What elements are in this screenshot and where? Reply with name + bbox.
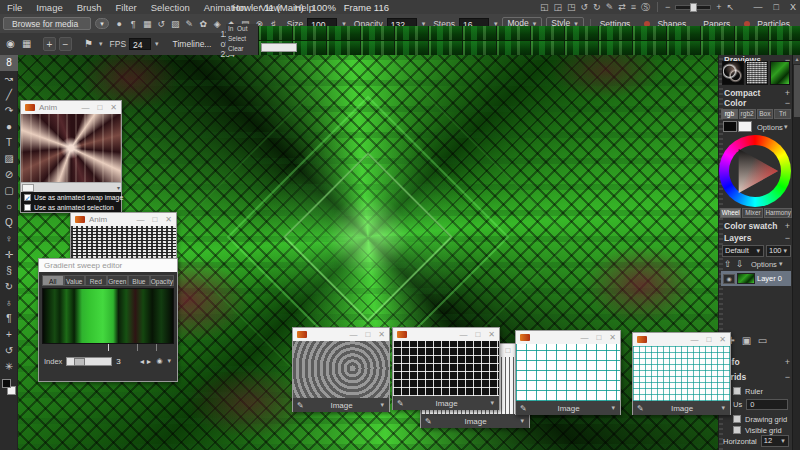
cycle-icon[interactable]: ◉: [156, 357, 162, 365]
menu-file[interactable]: File: [0, 2, 29, 13]
maximize-button[interactable]: □: [706, 335, 711, 344]
edit-icon[interactable]: ✎: [520, 404, 527, 413]
image-mode-label[interactable]: Image: [432, 417, 520, 426]
image-mode-label[interactable]: Image: [404, 399, 490, 408]
close-button[interactable]: X: [790, 2, 796, 12]
pencil-icon[interactable]: ✎: [183, 19, 196, 29]
maximize-button[interactable]: □: [505, 346, 510, 355]
layer-row[interactable]: ◉ Layer 0: [721, 271, 791, 286]
swap-image-checkbox[interactable]: ✓: [24, 194, 31, 201]
zoom-tool[interactable]: Q: [0, 215, 18, 231]
maximize-button[interactable]: □: [97, 103, 102, 112]
window-titlebar[interactable]: Anim — □ ✕: [21, 101, 121, 114]
layer-down-button[interactable]: ⇩: [736, 259, 744, 269]
menu-image[interactable]: Image: [29, 2, 69, 13]
frames-icon[interactable]: ▦: [20, 37, 33, 51]
flip-icon[interactable]: ⇄: [618, 0, 626, 14]
timeline-button[interactable]: Timeline...: [170, 39, 215, 49]
horizontal-dropdown[interactable]: 12▾: [761, 435, 789, 447]
window-titlebar[interactable]: — □ ✕: [516, 331, 620, 344]
gradient-icon[interactable]: ▨: [169, 19, 182, 29]
window-titlebar[interactable]: Anim — □ ✕: [71, 213, 176, 226]
add-frame-button[interactable]: +: [43, 37, 56, 51]
duplicate-layer-icon[interactable]: ▣: [740, 335, 753, 346]
filled-ellipse-tool[interactable]: ⊘: [0, 167, 18, 183]
light-tool[interactable]: ♁: [0, 295, 18, 311]
minimize-button[interactable]: —: [81, 103, 89, 112]
dot-brush-icon[interactable]: ●: [113, 19, 126, 29]
zoom-out-button[interactable]: −: [665, 0, 670, 14]
minimize-button[interactable]: —: [136, 215, 144, 224]
minimize-button[interactable]: —: [580, 333, 588, 342]
layers-options-dropdown[interactable]: ▾: [778, 260, 784, 268]
swap-buffer-icon[interactable]: ◳: [567, 0, 576, 14]
close-button[interactable]: ✕: [110, 103, 117, 112]
image-canvas[interactable]: [516, 344, 620, 401]
preview-thumbnail[interactable]: [770, 61, 790, 85]
undo-stroke-tool[interactable]: ↺: [0, 343, 18, 359]
zoom-slider-handle[interactable]: [690, 3, 697, 12]
rect-tool[interactable]: ▢: [0, 183, 18, 199]
select-button[interactable]: Select: [226, 34, 258, 44]
ellipse-tool[interactable]: ○: [0, 199, 18, 215]
fetch-buffer-icon[interactable]: ◲: [554, 0, 563, 14]
preview-thumbnail[interactable]: [722, 61, 744, 85]
timeline-filmstrip[interactable]: [258, 26, 800, 55]
color-options-dropdown[interactable]: ▾: [783, 123, 789, 131]
maximize-button[interactable]: □: [152, 215, 157, 224]
background-color-swatch[interactable]: [738, 121, 752, 132]
brush-tool[interactable]: 8: [0, 55, 18, 71]
edit-icon[interactable]: ✎: [425, 417, 432, 426]
info-header[interactable]: Info+: [724, 357, 790, 368]
store-buffer-icon[interactable]: ◱: [540, 0, 549, 14]
draw-mode-icon[interactable]: ✎: [606, 0, 614, 14]
gradient-position-marker[interactable]: [137, 344, 138, 351]
clear-button[interactable]: Clear: [226, 44, 258, 54]
rotate-view-tool[interactable]: ↻: [0, 279, 18, 295]
prev-next-icon[interactable]: ◄►: [139, 358, 153, 365]
image-mode-label[interactable]: Image: [644, 404, 721, 413]
gradient-strip[interactable]: [42, 288, 174, 344]
image-mode-dropdown[interactable]: ▾: [610, 404, 616, 412]
drawing-grid-checkbox[interactable]: [733, 415, 741, 423]
minimize-button[interactable]: —: [459, 330, 467, 339]
units-field[interactable]: 0: [746, 399, 788, 410]
index-slider-handle[interactable]: [74, 358, 85, 366]
primary-color-swatch[interactable]: [2, 379, 11, 388]
maximize-button[interactable]: □: [774, 2, 779, 12]
color-wheel[interactable]: [719, 135, 791, 207]
ink-icon[interactable]: ¶: [127, 19, 140, 29]
swap-colors[interactable]: [2, 379, 18, 397]
gradient-position-marker[interactable]: [108, 344, 109, 351]
image-mode-dropdown[interactable]: ▾: [519, 417, 525, 425]
close-button[interactable]: ✕: [609, 333, 616, 342]
scrollbar-thumb[interactable]: [794, 65, 800, 117]
frame-scrollbar-thumb[interactable]: [22, 184, 34, 192]
move-tool[interactable]: ✛: [0, 247, 18, 263]
anim-mode-icon[interactable]: ◉: [4, 37, 17, 51]
minimize-button[interactable]: —: [349, 330, 357, 339]
edit-icon[interactable]: ✎: [297, 401, 304, 410]
layers-header[interactable]: Layers−: [724, 233, 790, 244]
layer-visibility-icon[interactable]: ◉: [723, 274, 735, 284]
picker-tool[interactable]: ♀: [0, 231, 18, 247]
crosshair-tool[interactable]: +: [0, 327, 18, 343]
image-canvas[interactable]: [633, 346, 730, 401]
in-button[interactable]: In: [228, 25, 233, 32]
frame-scrollbar[interactable]: ▾: [21, 182, 121, 192]
window-titlebar[interactable]: Gradient sweep editor: [39, 259, 177, 272]
scroll-up-icon[interactable]: ▴: [793, 55, 800, 64]
pointer-settings-icon[interactable]: ↖: [727, 0, 735, 14]
layer-name[interactable]: Layer 0: [757, 274, 782, 283]
dropper-tool[interactable]: ¶: [0, 311, 18, 327]
color-swatch-header[interactable]: Color swatch+: [724, 221, 790, 232]
image-mode-label[interactable]: Image: [304, 401, 380, 410]
layers-options-button[interactable]: Options: [751, 260, 777, 269]
layer-opacity-dropdown[interactable]: 100▾: [766, 245, 791, 257]
zoom-in-button[interactable]: +: [716, 0, 721, 14]
close-button[interactable]: ✕: [719, 335, 726, 344]
layer-blend-dropdown[interactable]: Default▾: [722, 245, 764, 257]
rotate-brush-icon[interactable]: ↺: [155, 19, 168, 29]
spline-tool[interactable]: ↝: [0, 71, 18, 87]
swap-image-icon[interactable]: Ⓢ: [641, 0, 650, 14]
